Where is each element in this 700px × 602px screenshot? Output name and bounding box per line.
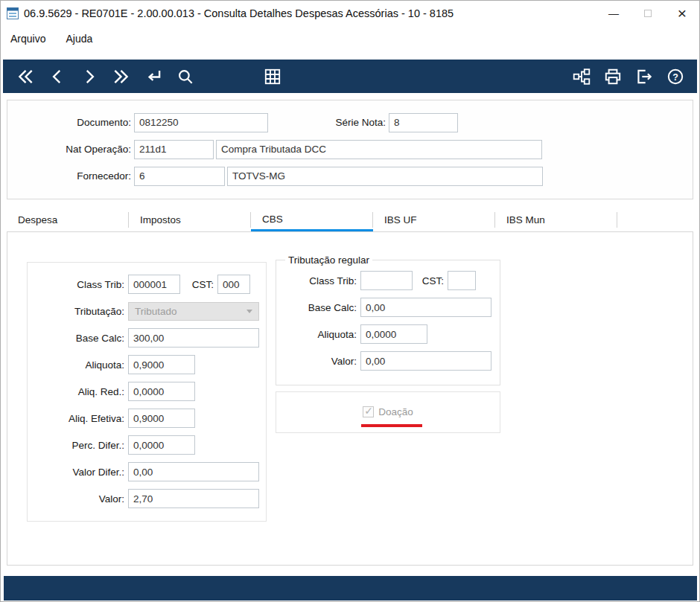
regular-cst-label: CST: xyxy=(413,275,444,286)
row-aliq-red: Aliq. Red.: xyxy=(28,378,266,405)
aliq-efetiva-label: Aliq. Efetiva: xyxy=(28,413,124,424)
menu-ajuda[interactable]: Ajuda xyxy=(66,33,92,45)
fornecedor-input[interactable] xyxy=(134,167,225,186)
chevron-right-icon xyxy=(80,67,99,86)
class-trib-label: Class Trib: xyxy=(28,279,124,290)
valor-input[interactable] xyxy=(128,489,259,508)
print-button[interactable] xyxy=(602,66,623,86)
aliq-red-label: Aliq. Red.: xyxy=(28,386,124,397)
documento-label: Documento: xyxy=(7,117,131,128)
header-row-fornecedor: Fornecedor: xyxy=(7,166,693,186)
serie-nota-label: Série Nota: xyxy=(268,117,386,128)
serie-nota-input[interactable] xyxy=(389,113,458,132)
annotation-underline xyxy=(361,424,422,427)
aliq-red-input[interactable] xyxy=(128,382,195,401)
row-regular-base-calc: Base Calc: xyxy=(281,294,495,321)
maximize-button[interactable] xyxy=(631,1,665,25)
doacao-group: Doação xyxy=(276,391,500,433)
next-record-button[interactable] xyxy=(79,66,99,86)
tributacao-regular-group: Tributação regular Class Trib: CST: Base… xyxy=(276,254,500,385)
aliquota-input[interactable] xyxy=(128,355,195,374)
double-chevron-left-icon xyxy=(16,67,35,86)
maximize-icon xyxy=(644,10,652,17)
menu-bar: Arquivo Ajuda xyxy=(1,25,699,52)
tab-despesa[interactable]: Despesa xyxy=(7,208,129,231)
tab-ibs-uf[interactable]: IBS UF xyxy=(373,208,495,231)
tab-ibs-mun[interactable]: IBS Mun xyxy=(495,208,617,231)
perc-difer-label: Perc. Difer.: xyxy=(28,440,124,451)
prev-record-button[interactable] xyxy=(47,66,67,86)
doacao-label: Doação xyxy=(378,406,413,417)
regular-aliquota-input[interactable] xyxy=(360,324,427,344)
hierarchy-icon xyxy=(572,67,591,86)
window-controls: — × xyxy=(596,1,699,25)
nat-operacao-input[interactable] xyxy=(134,140,214,159)
cst-label: CST: xyxy=(180,279,214,290)
status-bar xyxy=(4,576,697,601)
header-row-documento: Documento: Série Nota: xyxy=(7,112,693,132)
row-tributacao: Tributação: Tributado xyxy=(28,298,266,324)
doacao-checkbox xyxy=(363,406,374,417)
printer-icon xyxy=(603,67,623,86)
row-valor-difer: Valor Difer.: xyxy=(28,458,266,485)
document-header-panel: Documento: Série Nota: Nat Operação: For… xyxy=(7,100,693,199)
fornecedor-descricao-input xyxy=(227,167,543,186)
row-class-trib: Class Trib: CST: xyxy=(28,271,266,298)
help-button[interactable]: ? xyxy=(665,66,685,86)
tributacao-value: Tributado xyxy=(135,306,177,317)
valor-difer-input[interactable] xyxy=(128,462,259,481)
row-regular-class-trib: Class Trib: CST: xyxy=(281,267,495,294)
nat-operacao-label: Nat Operação: xyxy=(7,144,131,155)
tab-cbs[interactable]: CBS xyxy=(251,208,373,231)
row-valor: Valor: xyxy=(28,485,266,512)
class-trib-input[interactable] xyxy=(128,275,180,294)
row-regular-aliquota: Aliquota: xyxy=(281,321,495,348)
app-window: 06.9.5629 - RE0701E - 2.00.00.013 - Cons… xyxy=(0,0,700,602)
last-record-button[interactable] xyxy=(111,66,131,86)
row-base-calc: Base Calc: xyxy=(28,324,266,351)
row-aliquota: Aliquota: xyxy=(28,351,266,378)
window-title: 06.9.5629 - RE0701E - 2.00.00.013 - Cons… xyxy=(24,7,596,19)
doacao-cluster: Doação xyxy=(363,406,413,419)
toolbar-action-group: ? xyxy=(571,66,685,86)
regular-valor-label: Valor: xyxy=(281,356,357,367)
cst-input[interactable] xyxy=(217,275,250,294)
tab-impostos[interactable]: Impostos xyxy=(129,208,251,231)
enter-button[interactable] xyxy=(143,66,163,86)
regular-class-trib-label: Class Trib: xyxy=(281,275,357,286)
row-regular-valor: Valor: xyxy=(281,348,495,374)
documento-input[interactable] xyxy=(134,113,268,132)
cbs-tab-panel: Class Trib: CST: Tributação: Tributado B… xyxy=(7,231,693,566)
minimize-button[interactable]: — xyxy=(596,1,631,25)
title-bar: 06.9.5629 - RE0701E - 2.00.00.013 - Cons… xyxy=(1,1,699,25)
header-row-nat-operacao: Nat Operação: xyxy=(7,139,693,159)
base-calc-label: Base Calc: xyxy=(28,333,124,344)
first-record-button[interactable] xyxy=(15,66,35,86)
related-features-button[interactable] xyxy=(571,66,591,86)
valor-difer-label: Valor Difer.: xyxy=(28,467,124,478)
menu-arquivo[interactable]: Arquivo xyxy=(10,33,45,45)
search-icon xyxy=(176,67,195,86)
perc-difer-input[interactable] xyxy=(128,435,195,455)
regular-base-calc-label: Base Calc: xyxy=(281,302,357,313)
help-icon: ? xyxy=(666,67,685,86)
regular-valor-input[interactable] xyxy=(360,351,491,371)
nat-operacao-descricao-input xyxy=(216,140,542,159)
grid-button[interactable] xyxy=(262,66,282,86)
exit-button[interactable] xyxy=(634,66,654,86)
chevron-down-icon xyxy=(246,310,252,313)
chevron-left-icon xyxy=(48,67,67,86)
regular-cst-input[interactable] xyxy=(448,271,476,290)
tributacao-regular-legend: Tributação regular xyxy=(285,254,372,266)
tributacao-label: Tributação: xyxy=(28,306,124,317)
regular-class-trib-input[interactable] xyxy=(360,271,413,290)
row-aliq-efetiva: Aliq. Efetiva: xyxy=(28,405,266,432)
aliq-efetiva-input[interactable] xyxy=(128,409,195,428)
close-button[interactable]: × xyxy=(665,1,699,25)
base-calc-input[interactable] xyxy=(128,328,259,348)
grid-icon xyxy=(263,67,282,86)
app-icon xyxy=(7,7,19,19)
search-button[interactable] xyxy=(175,66,195,86)
tab-bar: Despesa Impostos CBS IBS UF IBS Mun xyxy=(7,208,693,231)
regular-base-calc-input[interactable] xyxy=(360,298,491,317)
